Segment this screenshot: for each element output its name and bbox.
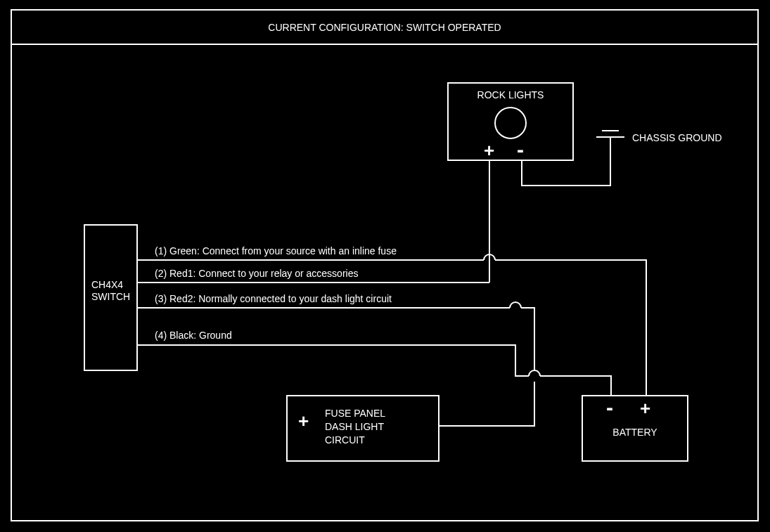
wire-4-label: (4) Black: Ground	[155, 330, 232, 341]
wire-1-label: (1) Green: Connect from your source with…	[155, 245, 397, 257]
switch-label-1: CH4X4	[91, 279, 123, 290]
fuse-panel-line1: FUSE PANEL	[325, 408, 385, 419]
chassis-ground-label: CHASSIS GROUND	[632, 132, 722, 143]
switch-label-2: SWITCH	[91, 291, 130, 302]
battery-plus: +	[640, 398, 650, 419]
rock-lights-minus: -	[517, 138, 524, 161]
rock-lights-lamp-icon	[495, 108, 526, 138]
battery-label: BATTERY	[612, 427, 657, 438]
battery-minus: -	[606, 396, 613, 419]
wire-3-hop	[510, 302, 521, 308]
wire-3-label: (3) Red2: Normally connected to your das…	[155, 293, 392, 304]
fuse-panel-line2: DASH LIGHT	[325, 421, 384, 432]
rock-lights-plus: +	[484, 140, 494, 161]
wire-3-seg-b	[439, 308, 534, 426]
fuse-panel-line3: CIRCUIT	[325, 434, 365, 446]
rock-lights-label: ROCK LIGHTS	[477, 89, 544, 100]
wire-2-label: (2) Red1: Connect to your relay or acces…	[155, 268, 358, 279]
fuse-panel-plus: +	[298, 410, 309, 432]
wire-rocklights-to-ground	[522, 137, 610, 186]
diagram-title: CURRENT CONFIGURATION: SWITCH OPERATED	[268, 22, 501, 33]
wiring-diagram: CURRENT CONFIGURATION: SWITCH OPERATED C…	[0, 0, 770, 532]
